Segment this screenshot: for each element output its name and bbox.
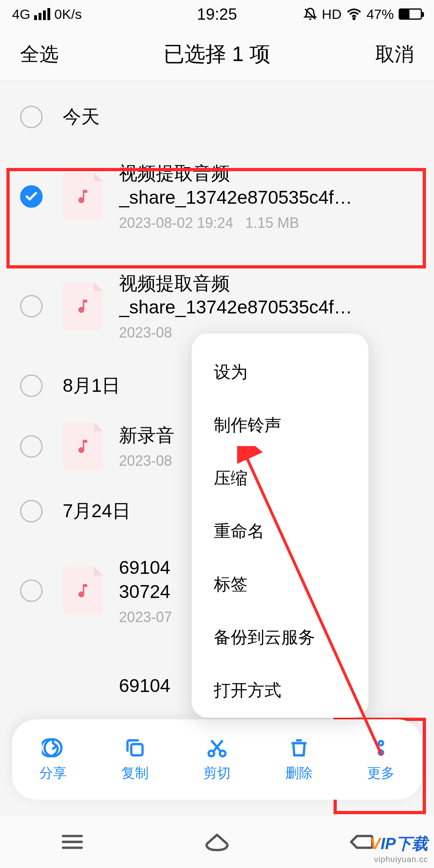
group-title: 8月1日	[63, 373, 120, 398]
wifi-icon	[346, 6, 362, 22]
menu-rename[interactable]: 重命名	[192, 505, 368, 558]
menu-open-with[interactable]: 打开方式	[192, 664, 368, 706]
battery-icon	[399, 8, 422, 20]
file-info: 视频提取音频_share_13742e870535c4f… 2023-08-02…	[119, 162, 422, 231]
status-bar: 4G 0K/s 19:25 HD 47%	[0, 0, 434, 28]
more-label: 更多	[367, 764, 395, 782]
file-meta: 2023-07	[119, 609, 172, 626]
svg-point-8	[379, 741, 383, 745]
cancel-button[interactable]: 取消	[375, 41, 414, 67]
copy-icon	[124, 737, 146, 759]
status-right: HD 47%	[303, 6, 422, 22]
file-name: 视频提取音频_share_13742e870535c4f…	[119, 272, 400, 320]
trash-icon	[288, 737, 310, 759]
cut-button[interactable]: 剪切	[176, 719, 258, 800]
svg-point-9	[379, 750, 383, 755]
cut-label: 剪切	[203, 764, 231, 782]
file-checkbox[interactable]	[20, 295, 43, 317]
hd-indicator: HD	[322, 6, 342, 22]
file-name: 6910430724	[119, 556, 172, 604]
share-label: 分享	[39, 764, 67, 782]
group-header-today[interactable]: 今天	[0, 92, 434, 141]
cut-icon	[206, 737, 228, 759]
file-checkbox[interactable]	[20, 435, 43, 458]
system-nav-bar	[0, 816, 434, 868]
music-file-icon	[63, 422, 103, 471]
file-item-1[interactable]: 视频提取音频_share_13742e870535c4f… 2023-08-02…	[0, 141, 434, 252]
share-button[interactable]: 分享	[12, 719, 94, 800]
nav-home-icon[interactable]	[203, 828, 231, 856]
more-icon	[370, 737, 392, 759]
context-menu: 设为 制作铃声 压缩 重命名 标签 备份到云服务 打开方式	[192, 334, 368, 718]
selection-header: 全选 已选择 1 项 取消	[0, 28, 434, 80]
share-icon	[42, 737, 64, 759]
music-file-icon	[63, 172, 103, 221]
select-all-button[interactable]: 全选	[20, 41, 59, 67]
group-title: 7月24日	[63, 499, 131, 524]
nav-menu-icon[interactable]	[58, 828, 86, 856]
menu-backup[interactable]: 备份到云服务	[192, 611, 368, 664]
svg-point-1	[353, 18, 355, 19]
group-checkbox[interactable]	[20, 500, 43, 522]
group-title: 今天	[63, 104, 100, 129]
mute-icon	[303, 7, 317, 21]
delete-button[interactable]: 删除	[258, 719, 340, 800]
status-left: 4G 0K/s	[12, 6, 82, 22]
file-name: 69104	[119, 674, 170, 698]
menu-set-as[interactable]: 设为	[192, 346, 368, 399]
status-time: 19:25	[197, 5, 237, 23]
file-checkbox[interactable]	[20, 579, 43, 602]
file-name: 视频提取音频_share_13742e870535c4f…	[119, 162, 400, 210]
file-meta: 2023-08-02 19:24 1.15 MB	[119, 215, 422, 231]
selection-title: 已选择 1 项	[164, 40, 270, 68]
group-checkbox[interactable]	[20, 375, 43, 397]
copy-button[interactable]: 复制	[94, 719, 176, 800]
svg-rect-3	[131, 744, 143, 755]
battery-percent: 47%	[366, 6, 394, 22]
bottom-toolbar: 分享 复制 剪切 删除 更多	[12, 719, 422, 800]
data-speed: 0K/s	[54, 6, 82, 22]
group-checkbox[interactable]	[20, 106, 43, 128]
menu-compress[interactable]: 压缩	[192, 452, 368, 505]
music-file-icon	[63, 282, 103, 330]
signal-icon	[34, 8, 50, 20]
menu-tag[interactable]: 标签	[192, 558, 368, 611]
file-info: 视频提取音频_share_13742e870535c4f… 2023-08	[119, 272, 422, 342]
file-checkbox-checked[interactable]	[20, 185, 43, 208]
delete-label: 删除	[285, 764, 313, 782]
music-file-icon	[63, 567, 103, 615]
more-button[interactable]: 更多	[340, 719, 422, 800]
network-type: 4G	[12, 6, 30, 22]
menu-make-ringtone[interactable]: 制作铃声	[192, 399, 368, 452]
watermark: VIP下载 viphuiyuan.cc	[370, 833, 428, 864]
copy-label: 复制	[121, 764, 149, 782]
